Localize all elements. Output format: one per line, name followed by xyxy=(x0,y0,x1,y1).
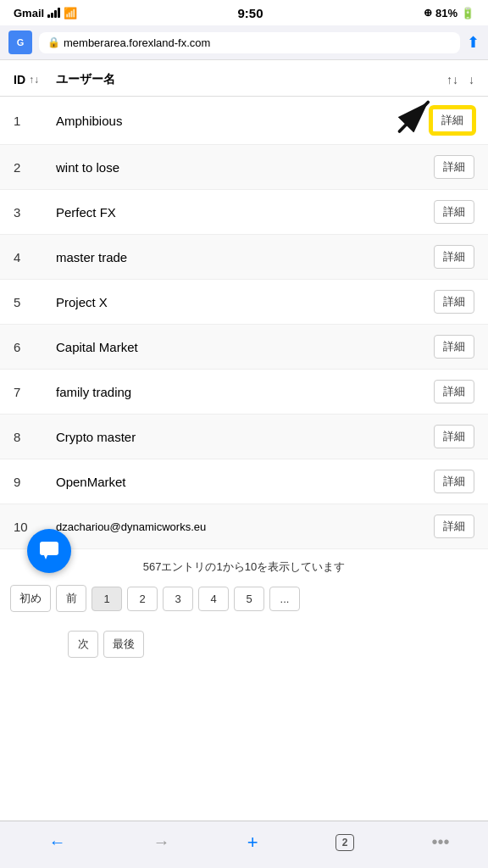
page-btn-3[interactable]: 3 xyxy=(163,587,193,611)
col-id-header: ID ↑↓ xyxy=(14,73,56,86)
browser-bar: G 🔒 memberarea.forexland-fx.com ⬆ xyxy=(0,25,488,60)
page-btn-last[interactable]: 最後 xyxy=(103,631,144,658)
url-bar[interactable]: 🔒 memberarea.forexland-fx.com xyxy=(39,32,460,53)
table-row: 3 Perfect FX 詳細 xyxy=(0,190,488,235)
pagination-text: 567エントリの1から10を表示しています xyxy=(143,560,345,573)
row-9-name: OpenMarket xyxy=(56,475,434,489)
nav-tabs-button[interactable]: 2 xyxy=(336,834,355,851)
table-row: 4 master trade 詳細 xyxy=(0,235,488,280)
id-label: ID xyxy=(14,73,25,86)
translate-icon[interactable]: G xyxy=(8,31,32,54)
col-name-header: ユーザー名 xyxy=(56,72,446,87)
signal-bars xyxy=(47,8,60,18)
status-bar: Gmail 📶 9:50 ⊕ 81% 🔋 xyxy=(0,0,488,25)
bottom-nav: ← → + 2 ••• xyxy=(0,821,488,868)
row-6-name: Capital Market xyxy=(56,340,434,354)
row-9-detail-button[interactable]: 詳細 xyxy=(434,470,474,493)
battery-icon: 🔋 xyxy=(461,7,474,19)
nav-more-button[interactable]: ••• xyxy=(431,832,449,852)
table-row: 5 Project X 詳細 xyxy=(0,280,488,325)
page-btn-2[interactable]: 2 xyxy=(127,587,158,611)
table-row: 2 wint to lose 詳細 xyxy=(0,145,488,190)
time-display: 9:50 xyxy=(238,6,263,20)
table-row: 10 dzachariou@dynamicworks.eu 詳細 xyxy=(0,504,488,549)
page-btn-first[interactable]: 初め xyxy=(10,585,51,612)
pagination-info: 567エントリの1から10を表示しています xyxy=(0,549,488,581)
row-3-name: Perfect FX xyxy=(56,205,434,220)
row-8-detail-button[interactable]: 詳細 xyxy=(434,425,474,448)
pagination-buttons: 初め 前 1 2 3 4 5 ... xyxy=(0,581,488,619)
share-icon[interactable]: ⬆ xyxy=(467,33,480,52)
name-label: ユーザー名 xyxy=(56,72,115,86)
row-3-detail-button[interactable]: 詳細 xyxy=(434,200,474,224)
float-chat-button[interactable] xyxy=(27,529,71,573)
carrier-label: Gmail xyxy=(14,7,44,19)
row-1-id: 1 xyxy=(14,114,56,128)
svg-rect-2 xyxy=(40,542,58,555)
page-btn-5[interactable]: 5 xyxy=(234,587,264,611)
table-container: ID ↑↓ ユーザー名 ↑↓ ↓ 1 Amphibious 詳細 2 xyxy=(0,64,488,549)
pagination-buttons-row2: 次 最後 xyxy=(0,619,488,673)
table-header: ID ↑↓ ユーザー名 ↑↓ ↓ xyxy=(0,64,488,97)
row-4-detail-button[interactable]: 詳細 xyxy=(434,245,474,269)
row-2-id: 2 xyxy=(14,160,56,175)
sort-icon-1[interactable]: ↑↓ xyxy=(446,73,458,86)
table-row: 1 Amphibious 詳細 xyxy=(0,97,488,145)
row-1-detail-button[interactable]: 詳細 xyxy=(430,107,474,134)
translate-label: G xyxy=(17,37,25,47)
row-2-name: wint to lose xyxy=(56,160,434,175)
row-7-detail-button[interactable]: 詳細 xyxy=(434,380,474,403)
table-row: 6 Capital Market 詳細 xyxy=(0,325,488,370)
signal-bar-1 xyxy=(47,14,50,18)
table-row: 8 Crypto master 詳細 xyxy=(0,415,488,459)
page-btn-prev[interactable]: 前 xyxy=(56,585,86,612)
id-sort-icon: ↑↓ xyxy=(29,74,39,86)
nav-forward-button[interactable]: → xyxy=(153,832,170,852)
row-3-id: 3 xyxy=(14,205,56,220)
row-4-id: 4 xyxy=(14,250,56,264)
sort-icon-2[interactable]: ↓ xyxy=(469,73,474,86)
row-7-id: 7 xyxy=(14,385,56,399)
row-7-name: family trading xyxy=(56,385,434,399)
page-btn-4[interactable]: 4 xyxy=(198,587,229,611)
nav-back-button[interactable]: ← xyxy=(39,829,76,855)
chat-icon xyxy=(37,539,61,563)
signal-bar-3 xyxy=(54,10,57,18)
row-5-name: Project X xyxy=(56,295,434,309)
battery-label: 81% xyxy=(435,7,458,19)
row-1-wrapper: 1 Amphibious 詳細 xyxy=(0,97,488,145)
page-btn-next[interactable]: 次 xyxy=(68,631,98,658)
signal-bar-4 xyxy=(58,8,60,18)
row-10-name: dzachariou@dynamicworks.eu xyxy=(56,520,434,533)
lock-icon: 🔒 xyxy=(47,36,60,48)
status-right: ⊕ 81% 🔋 xyxy=(424,7,474,19)
row-8-id: 8 xyxy=(14,430,56,444)
table-row: 7 family trading 詳細 xyxy=(0,370,488,415)
page-btn-1[interactable]: 1 xyxy=(92,587,122,611)
table-row: 9 OpenMarket 詳細 xyxy=(0,459,488,504)
wifi-icon: 📶 xyxy=(64,7,77,19)
row-9-id: 9 xyxy=(14,475,56,489)
row-5-detail-button[interactable]: 詳細 xyxy=(434,290,474,314)
page-btn-ellipsis[interactable]: ... xyxy=(269,587,300,611)
row-6-detail-button[interactable]: 詳細 xyxy=(434,335,474,359)
url-text: memberarea.forexland-fx.com xyxy=(64,36,210,49)
row-2-detail-button[interactable]: 詳細 xyxy=(434,155,474,179)
row-8-name: Crypto master xyxy=(56,430,434,444)
col-sort-header: ↑↓ ↓ xyxy=(446,73,474,86)
row-6-id: 6 xyxy=(14,340,56,354)
row-10-detail-button[interactable]: 詳細 xyxy=(434,515,474,538)
svg-marker-3 xyxy=(44,555,47,559)
row-5-id: 5 xyxy=(14,295,56,309)
status-left: Gmail 📶 xyxy=(14,7,77,19)
nav-add-button[interactable]: + xyxy=(247,832,258,854)
row-1-name: Amphibious xyxy=(56,114,430,128)
location-icon: ⊕ xyxy=(424,7,432,19)
signal-bar-2 xyxy=(51,13,53,18)
row-4-name: master trade xyxy=(56,250,434,264)
